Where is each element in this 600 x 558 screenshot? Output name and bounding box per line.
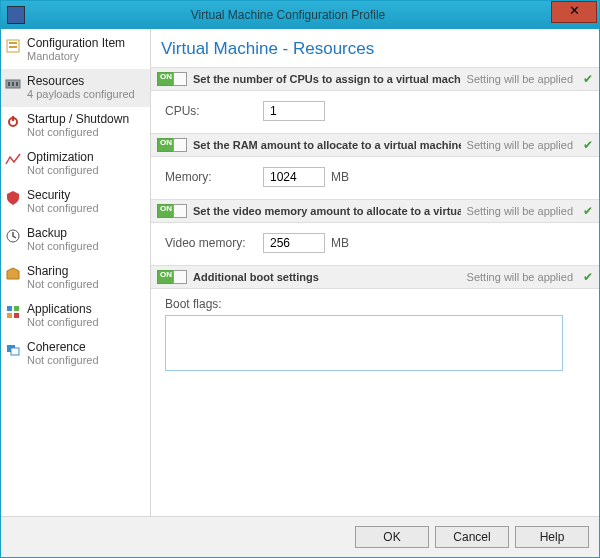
sharing-icon bbox=[5, 266, 21, 282]
svg-rect-10 bbox=[7, 306, 12, 311]
backup-icon bbox=[5, 228, 21, 244]
svg-rect-6 bbox=[16, 82, 18, 86]
video-input[interactable] bbox=[263, 233, 325, 253]
sidebar-item-label: Security bbox=[27, 189, 99, 202]
svg-rect-5 bbox=[12, 82, 14, 86]
sidebar-item-sublabel: Not configured bbox=[27, 240, 99, 253]
sidebar-item-label: Coherence bbox=[27, 341, 99, 354]
sidebar-item-optimization[interactable]: Optimization Not configured bbox=[1, 145, 150, 183]
sidebar-item-sublabel: 4 payloads configured bbox=[27, 88, 135, 101]
sidebar-item-label: Backup bbox=[27, 227, 99, 240]
window-title: Virtual Machine Configuration Profile bbox=[25, 8, 551, 22]
sidebar-item-backup[interactable]: Backup Not configured bbox=[1, 221, 150, 259]
video-label: Video memory: bbox=[165, 236, 257, 250]
system-menu-icon[interactable] bbox=[7, 6, 25, 24]
section-title-video: Set the video memory amount to allocate … bbox=[193, 205, 461, 217]
ram-input[interactable] bbox=[263, 167, 325, 187]
section-status-video: Setting will be applied bbox=[467, 205, 573, 217]
cpu-label: CPUs: bbox=[165, 104, 257, 118]
security-icon bbox=[5, 190, 21, 206]
sidebar-item-sublabel: Not configured bbox=[27, 278, 99, 291]
svg-rect-2 bbox=[9, 46, 17, 48]
sidebar: Configuration Item Mandatory Resources 4… bbox=[1, 29, 151, 516]
check-icon: ✔ bbox=[583, 270, 593, 284]
sidebar-item-sublabel: Not configured bbox=[27, 164, 99, 177]
window-body: Configuration Item Mandatory Resources 4… bbox=[1, 29, 599, 516]
sidebar-item-sublabel: Not configured bbox=[27, 316, 99, 329]
toggle-boot[interactable]: ON bbox=[157, 270, 187, 284]
toggle-knob bbox=[173, 138, 187, 152]
section-header-ram: ON Set the RAM amount to allocate to a v… bbox=[151, 133, 599, 157]
toggle-on-text: ON bbox=[160, 72, 172, 81]
sidebar-item-label: Resources bbox=[27, 75, 135, 88]
toggle-ram[interactable]: ON bbox=[157, 138, 187, 152]
svg-rect-15 bbox=[11, 348, 19, 355]
main-title: Virtual Machine - Resources bbox=[151, 29, 599, 67]
svg-rect-12 bbox=[7, 313, 12, 318]
sidebar-item-sublabel: Mandatory bbox=[27, 50, 125, 63]
toggle-on-text: ON bbox=[160, 270, 172, 279]
main-panel: Virtual Machine - Resources ON Set the n… bbox=[151, 29, 599, 516]
toggle-cpu[interactable]: ON bbox=[157, 72, 187, 86]
section-header-cpu: ON Set the number of CPUs to assign to a… bbox=[151, 67, 599, 91]
titlebar[interactable]: Virtual Machine Configuration Profile ✕ bbox=[1, 1, 599, 29]
toggle-knob bbox=[173, 72, 187, 86]
sidebar-item-coherence[interactable]: Coherence Not configured bbox=[1, 335, 150, 373]
svg-rect-4 bbox=[8, 82, 10, 86]
configuration-icon bbox=[5, 38, 21, 54]
toggle-on-text: ON bbox=[160, 204, 172, 213]
section-header-boot: ON Additional boot settings Setting will… bbox=[151, 265, 599, 289]
ok-button[interactable]: OK bbox=[355, 526, 429, 548]
sidebar-item-label: Startup / Shutdown bbox=[27, 113, 129, 126]
applications-icon bbox=[5, 304, 21, 320]
boot-flags-textarea[interactable] bbox=[165, 315, 563, 371]
svg-rect-13 bbox=[14, 313, 19, 318]
ram-unit: MB bbox=[331, 170, 349, 184]
section-header-video: ON Set the video memory amount to alloca… bbox=[151, 199, 599, 223]
section-status-cpu: Setting will be applied bbox=[467, 73, 573, 85]
power-icon bbox=[5, 114, 21, 130]
sidebar-item-resources[interactable]: Resources 4 payloads configured bbox=[1, 69, 150, 107]
section-title-ram: Set the RAM amount to allocate to a virt… bbox=[193, 139, 461, 151]
toggle-knob bbox=[173, 270, 187, 284]
window: Virtual Machine Configuration Profile ✕ … bbox=[0, 0, 600, 558]
section-title-cpu: Set the number of CPUs to assign to a vi… bbox=[193, 73, 461, 85]
optimization-icon bbox=[5, 152, 21, 168]
svg-rect-1 bbox=[9, 42, 17, 44]
help-button[interactable]: Help bbox=[515, 526, 589, 548]
sidebar-item-label: Optimization bbox=[27, 151, 99, 164]
sidebar-item-configuration[interactable]: Configuration Item Mandatory bbox=[1, 31, 150, 69]
check-icon: ✔ bbox=[583, 204, 593, 218]
svg-rect-8 bbox=[12, 116, 14, 121]
section-body-video: Video memory: MB bbox=[151, 223, 599, 265]
boot-label: Boot flags: bbox=[165, 297, 589, 311]
sidebar-item-sublabel: Not configured bbox=[27, 126, 129, 139]
coherence-icon bbox=[5, 342, 21, 358]
video-unit: MB bbox=[331, 236, 349, 250]
check-icon: ✔ bbox=[583, 72, 593, 86]
section-body-boot: Boot flags: bbox=[151, 289, 599, 383]
sidebar-item-label: Applications bbox=[27, 303, 99, 316]
close-button[interactable]: ✕ bbox=[551, 1, 597, 23]
sidebar-item-label: Configuration Item bbox=[27, 37, 125, 50]
sidebar-item-security[interactable]: Security Not configured bbox=[1, 183, 150, 221]
toggle-video[interactable]: ON bbox=[157, 204, 187, 218]
footer: OK Cancel Help bbox=[1, 516, 599, 557]
sidebar-item-applications[interactable]: Applications Not configured bbox=[1, 297, 150, 335]
section-status-boot: Setting will be applied bbox=[467, 271, 573, 283]
toggle-knob bbox=[173, 204, 187, 218]
check-icon: ✔ bbox=[583, 138, 593, 152]
section-status-ram: Setting will be applied bbox=[467, 139, 573, 151]
cancel-button[interactable]: Cancel bbox=[435, 526, 509, 548]
section-title-boot: Additional boot settings bbox=[193, 271, 461, 283]
section-body-cpu: CPUs: bbox=[151, 91, 599, 133]
sidebar-item-label: Sharing bbox=[27, 265, 99, 278]
sidebar-item-startup-shutdown[interactable]: Startup / Shutdown Not configured bbox=[1, 107, 150, 145]
toggle-on-text: ON bbox=[160, 138, 172, 147]
section-body-ram: Memory: MB bbox=[151, 157, 599, 199]
sidebar-item-sharing[interactable]: Sharing Not configured bbox=[1, 259, 150, 297]
cpu-input[interactable] bbox=[263, 101, 325, 121]
sidebar-item-sublabel: Not configured bbox=[27, 354, 99, 367]
resources-icon bbox=[5, 76, 21, 92]
ram-label: Memory: bbox=[165, 170, 257, 184]
